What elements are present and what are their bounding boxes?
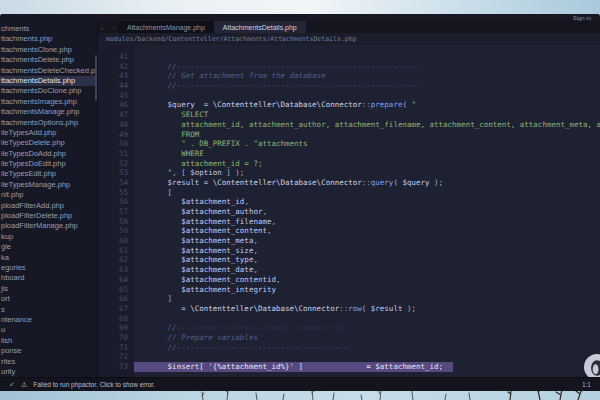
code-line: 64 $attachment_contentid, <box>98 275 600 285</box>
line-number: 62 <box>98 255 134 265</box>
line-content: SELECT <box>134 110 600 120</box>
nav-back-icon[interactable]: ← <box>98 21 108 33</box>
line-content: //--------------------------------------… <box>134 81 600 91</box>
line-content: $attachment_date, <box>134 265 600 275</box>
sidebar-item[interactable]: ntenance <box>0 315 97 325</box>
line-content: [ <box>134 188 600 198</box>
line-content: attachment_id, attachment_author, attach… <box>134 120 600 130</box>
sidebar-item[interactable]: u <box>0 325 97 335</box>
line-content: $query = \Contentteller\Database\Connect… <box>134 100 600 110</box>
code-line: 73 $insert[ '{%attachment_id%}' ] = $att… <box>98 362 600 372</box>
sign-in-link[interactable]: Sign in <box>573 15 591 21</box>
line-number: 43 <box>98 71 134 81</box>
code-line: 66 ] <box>98 294 600 304</box>
sidebar-item[interactable]: ttachmentsOptions.php <box>0 118 97 128</box>
line-content: ] <box>134 294 600 304</box>
sidebar-item[interactable]: chments <box>0 24 97 34</box>
code-line: 58 $attachment_filename, <box>98 217 600 227</box>
sidebar-item[interactable]: ileTypesAdd.php <box>0 128 97 138</box>
line-content: //--------------------------------------… <box>134 62 600 72</box>
sidebar-item[interactable]: ileTypesManage.php <box>0 180 97 190</box>
line-content: $insert[ '{%attachment_id%}' ] = $attach… <box>134 362 453 372</box>
line-number: 64 <box>98 275 134 285</box>
code-line: 49 FROM <box>98 130 600 140</box>
line-number: 41 <box>98 52 134 62</box>
code-line: 50 " . DB_PREFIX . "attachments <box>98 139 600 149</box>
sidebar-item[interactable]: urity <box>0 367 97 377</box>
code-line: 69 //-----------------------------------… <box>98 323 600 333</box>
desktop-wallpaper-top <box>0 0 600 14</box>
line-number: 69 <box>98 323 134 333</box>
sidebar-item[interactable]: s <box>0 305 97 315</box>
line-number: 56 <box>98 197 134 207</box>
tab-AttachmentsManage.php[interactable]: AttachmentsManage.php <box>118 21 214 33</box>
line-number: 72 <box>98 352 134 362</box>
status-message[interactable]: Failed to run phpactor. Click to show er… <box>33 381 155 388</box>
nav-forward-icon[interactable]: → <box>108 21 118 33</box>
sidebar-item[interactable]: ileTypesDoAdd.php <box>0 149 97 159</box>
sidebar-item[interactable]: ponse <box>0 346 97 356</box>
line-number: 70 <box>98 333 134 343</box>
sidebar-item[interactable]: ttachmentsDelete.php <box>0 55 97 65</box>
code-area[interactable]: 4142 //---------------------------------… <box>98 45 600 377</box>
sidebar-item[interactable]: ploadFilterAdd.php <box>0 201 97 211</box>
window-titlebar: Sign in <box>0 14 600 21</box>
file-list: chmentsttachments.phpttachmentsClone.php… <box>0 24 97 377</box>
sidebar-item[interactable]: ttachments.php <box>0 34 97 44</box>
line-content: $attachment_size, <box>134 246 600 256</box>
sidebar-item[interactable]: nit.php <box>0 190 97 200</box>
line-number: 67 <box>98 304 134 314</box>
sidebar-item[interactable]: ileTypesDoEdit.php <box>0 159 97 169</box>
line-content: $result = \Contentteller\Database\Connec… <box>134 178 600 188</box>
sidebar-item[interactable]: ttachmentsDeleteChecked.php <box>0 66 97 76</box>
sidebar-item[interactable]: ploadFilterDelete.php <box>0 211 97 221</box>
sidebar-item[interactable]: ort <box>0 294 97 304</box>
code-line: 46 $query = \Contentteller\Database\Conn… <box>98 100 600 110</box>
sidebar-item[interactable]: ttachmentsClone.php <box>0 45 97 55</box>
line-number: 60 <box>98 236 134 246</box>
code-line: 68 <box>98 314 600 324</box>
line-number: 49 <box>98 130 134 140</box>
tab-strip: AttachmentsManage.phpAttachmentsDetails.… <box>118 21 306 33</box>
line-number: 58 <box>98 217 134 227</box>
sidebar-scrollbar[interactable] <box>95 55 97 101</box>
line-number: 73 <box>98 362 134 372</box>
sidebar-item[interactable]: jis <box>0 284 97 294</box>
sidebar-item[interactable]: lish <box>0 336 97 346</box>
tab-AttachmentsDetails.php[interactable]: AttachmentsDetails.php <box>214 21 306 33</box>
sidebar-item[interactable]: ttachmentsDetails.php <box>0 76 97 86</box>
sidebar-item[interactable]: ileTypesEdit.php <box>0 169 97 179</box>
sidebar-item[interactable]: ttachmentsImages.php <box>0 97 97 107</box>
code-line: 44 //-----------------------------------… <box>98 81 600 91</box>
cursor-position: 1:1 <box>582 381 591 388</box>
sidebar-item[interactable]: ttachmentsDoClone.php <box>0 86 97 96</box>
code-line: 63 $attachment_date, <box>98 265 600 275</box>
sidebar-item[interactable]: ka <box>0 253 97 263</box>
line-content: ", [ $option ] ); <box>134 168 600 178</box>
code-line: 52 attachment_id = ?; <box>98 159 600 169</box>
line-content: //-------------------------------------- <box>134 343 600 353</box>
file-tree-sidebar[interactable]: chmentsttachments.phpttachmentsClone.php… <box>0 21 98 377</box>
sidebar-item[interactable]: ileTypesDelete.php <box>0 138 97 148</box>
line-number: 55 <box>98 188 134 198</box>
line-number: 45 <box>98 91 134 101</box>
line-number: 44 <box>98 81 134 91</box>
code-line: 57 $attachment_author, <box>98 207 600 217</box>
line-number: 71 <box>98 343 134 353</box>
sidebar-item[interactable]: gle <box>0 242 97 252</box>
sidebar-item[interactable]: ttachmentsManage.php <box>0 107 97 117</box>
code-line: 53 ", [ $option ] ); <box>98 168 600 178</box>
line-number: 57 <box>98 207 134 217</box>
code-line: 71 //-----------------------------------… <box>98 343 600 353</box>
window-body: chmentsttachments.phpttachmentsClone.php… <box>0 21 600 377</box>
code-line: 61 $attachment_size, <box>98 246 600 256</box>
sidebar-item[interactable]: rites <box>0 357 97 367</box>
line-number: 59 <box>98 226 134 236</box>
sidebar-item[interactable]: ploadFilterManage.php <box>0 221 97 231</box>
sidebar-item[interactable]: kup <box>0 232 97 242</box>
sidebar-item[interactable]: hboard <box>0 273 97 283</box>
line-number: 52 <box>98 159 134 169</box>
line-content <box>134 314 600 324</box>
sidebar-item[interactable]: egories <box>0 263 97 273</box>
breadcrumb[interactable]: modules/backend/Contentteller/Attachment… <box>98 33 600 45</box>
